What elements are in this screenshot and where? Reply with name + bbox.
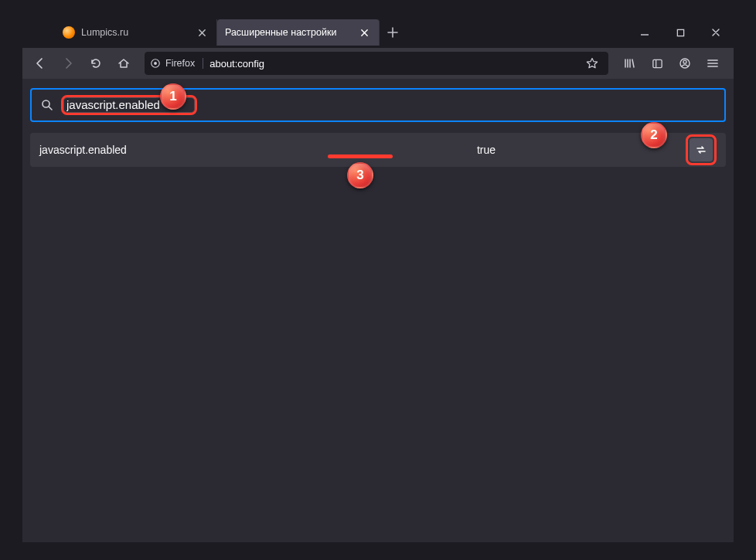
- minimize-button[interactable]: [627, 17, 662, 48]
- tab-bar: Lumpics.ru Расширенные настройки: [22, 17, 734, 48]
- firefox-icon: [150, 58, 161, 69]
- url-text: about:config: [209, 58, 575, 70]
- config-search-input[interactable]: [66, 98, 190, 111]
- search-icon: [41, 99, 53, 111]
- reload-button[interactable]: [83, 51, 109, 76]
- tab-title: Lumpics.ru: [81, 27, 189, 38]
- svg-rect-3: [652, 59, 661, 67]
- pref-name: javascript.enabled: [39, 144, 287, 156]
- forward-button[interactable]: [55, 51, 81, 76]
- pref-toggle-button[interactable]: [690, 138, 713, 161]
- close-window-button[interactable]: [698, 17, 734, 48]
- window-controls: [627, 17, 734, 48]
- nav-toolbar: Firefox about:config: [22, 48, 734, 79]
- annotation-highlight-1: [61, 95, 197, 115]
- svg-rect-0: [677, 29, 683, 36]
- tab-lumpics[interactable]: Lumpics.ru: [55, 19, 217, 46]
- library-button[interactable]: [616, 51, 642, 76]
- identity-label: Firefox: [165, 58, 195, 69]
- identity-box[interactable]: Firefox: [150, 58, 203, 69]
- pref-row: javascript.enabled true: [30, 133, 726, 167]
- maximize-button[interactable]: [662, 17, 698, 48]
- account-button[interactable]: [672, 51, 698, 76]
- tab-title: Расширенные настройки: [225, 27, 351, 38]
- favicon-icon: [63, 26, 75, 39]
- toolbar-right-group: [616, 51, 729, 76]
- browser-window: Lumpics.ru Расширенные настройки: [22, 17, 734, 542]
- close-tab-icon[interactable]: [195, 25, 209, 39]
- new-tab-button[interactable]: [380, 19, 406, 46]
- svg-point-5: [683, 60, 686, 63]
- home-button[interactable]: [111, 51, 137, 76]
- close-tab-icon[interactable]: [357, 25, 371, 39]
- url-bar[interactable]: Firefox about:config: [145, 52, 608, 75]
- sidebar-button[interactable]: [644, 51, 670, 76]
- toggle-arrows-icon: [695, 144, 707, 156]
- svg-point-2: [154, 62, 157, 65]
- app-menu-button[interactable]: [700, 51, 726, 76]
- bookmark-star-icon[interactable]: [581, 53, 603, 74]
- about-config-page: javascript.enabled true 1 2 3: [22, 79, 734, 542]
- pref-value: true: [296, 144, 676, 156]
- tab-about-config[interactable]: Расширенные настройки: [217, 19, 380, 46]
- back-button[interactable]: [27, 51, 53, 76]
- svg-point-6: [43, 100, 49, 107]
- annotation-highlight-2: [686, 134, 717, 165]
- config-search-bar[interactable]: [30, 88, 726, 122]
